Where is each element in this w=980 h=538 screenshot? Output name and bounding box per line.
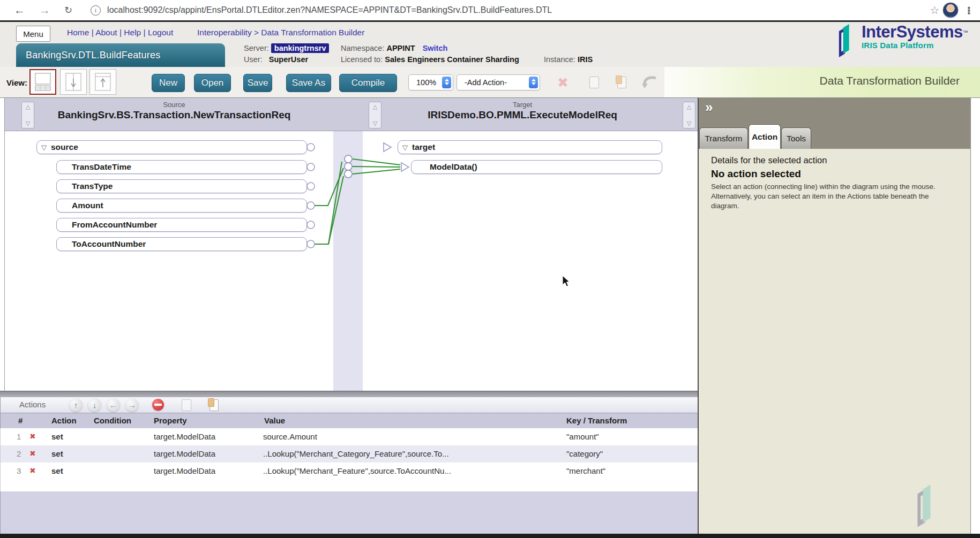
server-label: Server: [244,44,269,52]
tab-tools[interactable]: Tools [781,127,811,149]
nav-link-home[interactable]: Home [67,28,89,37]
row-value: ..Lookup("Merchant_Category_Feature",sou… [263,449,449,458]
panel-content: Details for the selected action No actio… [699,149,971,538]
row-action: set [51,466,63,475]
table-row[interactable]: 2 ✖ set target.ModelData ..Lookup("Merch… [0,445,698,463]
tab-label: Transform [705,134,742,143]
source-class: BankingSrv.BS.Transaction.NewTransaction… [38,109,311,121]
col-key-transform: Key / Transform [566,416,627,425]
switch-link[interactable]: Switch [423,44,448,52]
move-down-icon[interactable]: ↓ [88,398,101,412]
actions-divider[interactable] [0,391,698,397]
move-up-icon[interactable]: ↑ [69,398,83,412]
browser-menu-icon[interactable]: ••• [967,6,970,14]
licensed-label: Licensed to: [341,55,383,64]
info-icon[interactable]: i [91,5,101,16]
source-scroll-spinner[interactable]: △▽ [21,102,34,128]
actions-footer [0,491,698,534]
source-field-transtype[interactable]: TransType [56,179,307,193]
row-key: "amount" [566,432,599,441]
address-bar[interactable]: localhost:9092/csp/appint/EnsPortal.DTLE… [107,5,552,15]
view-horizontal-button[interactable] [89,69,116,95]
remove-action-icon[interactable] [152,399,164,411]
target-scroll-spinner[interactable]: △▽ [683,102,695,128]
middle-scroll-spinner[interactable]: △▽ [369,102,381,128]
view-horizontal-icon [94,72,111,92]
row-delete-icon[interactable]: ✖ [29,432,36,441]
row-number: 3 [17,466,21,475]
page-banner: Data Transformation Builder [664,67,980,97]
star-icon[interactable]: ☆ [930,4,939,17]
view-diagram-table-button[interactable] [29,69,56,95]
col-property: Property [154,416,187,425]
forward-icon[interactable]: → [39,4,50,17]
server-value: bankingtrnsrv [271,43,330,53]
source-field-toaccountnumber[interactable]: ToAccountNumber [56,237,307,251]
actions-toolbar: Actions ↑ ↓ ← → [0,397,698,413]
tab-transform[interactable]: Transform [699,127,748,149]
row-delete-icon[interactable]: ✖ [29,449,36,458]
source-field-amount[interactable]: Amount [56,199,307,213]
nav-link-logout[interactable]: Logout [148,28,173,37]
nav-separator: | [144,28,146,37]
source-root-node[interactable]: ▽ source [36,140,307,154]
nav-link-about[interactable]: About [95,28,117,37]
zoom-select[interactable]: 100% [408,74,453,90]
tab-action[interactable]: Action [749,124,781,149]
move-left-icon[interactable]: ← [107,398,120,412]
details-title: Details for the selected action [711,155,827,165]
add-action-stepper-icon[interactable] [529,77,538,88]
dtl-editor-screen: ← → ↻ i localhost:9092/csp/appint/EnsPor… [0,0,980,538]
breadcrumb: Interoperability > Data Transformation B… [197,28,364,37]
collapse-panel-icon[interactable]: » [705,99,713,116]
back-icon[interactable]: ← [14,4,25,17]
menu-button[interactable]: Menu [16,26,50,42]
breadcrumb-page[interactable]: Data Transformation Builder [261,28,364,37]
browser-chrome: ← → ↻ i localhost:9092/csp/appint/EnsPor… [0,0,980,20]
actions-table-header: # Action Condition Property Value Key / … [0,413,698,428]
view-vertical-button[interactable] [60,69,87,95]
source-field-fromaccountnumber[interactable]: FromAccountNumber [56,218,307,232]
new-button[interactable]: New [152,74,185,92]
reload-icon[interactable]: ↻ [64,4,72,16]
open-button[interactable]: Open [194,74,231,92]
move-right-icon[interactable]: → [125,398,139,412]
namespace-label: Namespace: [341,44,384,52]
profile-avatar[interactable] [942,2,959,18]
row-value: source.Amount [263,432,317,441]
save-button[interactable]: Save [243,74,272,92]
expander-icon[interactable]: ▽ [402,143,408,151]
field-label: Amount [72,201,103,210]
copy-icon[interactable] [589,77,599,88]
status-message: No action selected [711,168,801,180]
source-field-transdatetime[interactable]: TransDateTime [56,160,307,174]
target-field-modeldata[interactable]: ModelData() [411,160,662,174]
field-label: ModelData() [430,162,477,172]
breadcrumb-interoperability[interactable]: Interoperability [197,28,252,37]
add-action-select[interactable]: -Add Action- [457,74,540,90]
table-row[interactable]: 3 ✖ set target.ModelData ..Lookup("Merch… [0,463,698,480]
delete-icon[interactable]: ✖ [557,75,568,90]
field-label: ToAccountNumber [72,239,146,249]
brand-subtitle: IRIS Data Platform [862,41,968,50]
row-number: 2 [17,449,21,458]
undo-icon[interactable] [642,76,658,89]
row-key: "category" [566,449,603,458]
table-row[interactable]: 1 ✖ set target.ModelData source.Amount "… [0,428,698,445]
intersystems-logo: InterSystems™ IRIS Data Platform [834,24,968,57]
save-as-button[interactable]: Save As [286,74,331,92]
row-delete-icon[interactable]: ✖ [29,466,36,475]
tab-label: Action [752,132,777,142]
copy-action-icon[interactable] [182,399,191,411]
nav-link-help[interactable]: Help [124,28,141,37]
paste-icon[interactable] [617,77,626,88]
paste-action-icon[interactable] [210,399,219,411]
compile-button[interactable]: Compile [339,74,397,92]
source-label: Source [38,101,311,109]
document-tab[interactable]: BankingSrv.DTL.BuildFeatures [16,43,225,67]
expander-icon[interactable]: ▽ [41,143,47,151]
target-root-node[interactable]: ▽ target [398,140,662,154]
page-title: Data Transformation Builder [820,74,960,87]
brand-name: InterSystems [862,22,963,41]
zoom-stepper-icon[interactable] [442,77,451,88]
